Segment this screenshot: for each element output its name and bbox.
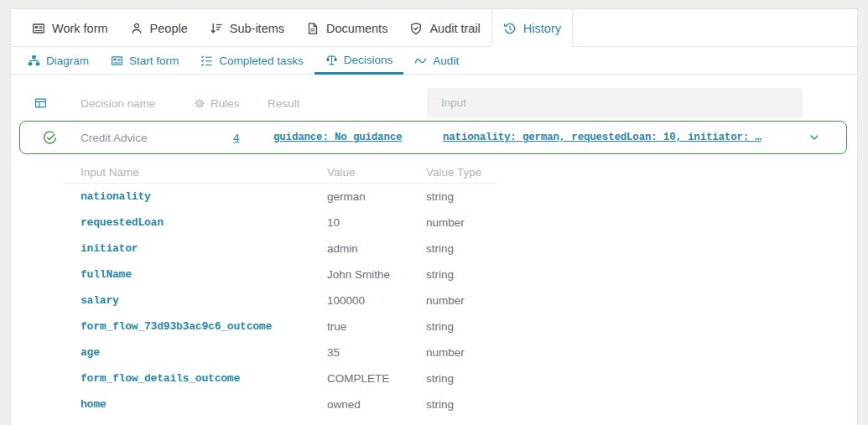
detail-value-type: string: [426, 398, 497, 411]
detail-row: initiatoradminstring: [64, 236, 497, 262]
tab-diagram[interactable]: Diagram: [17, 47, 100, 74]
tab-completed-tasks[interactable]: Completed tasks: [190, 47, 314, 74]
detail-row: age35number: [64, 339, 497, 365]
tab-label: Audit trail: [429, 22, 480, 35]
chevron-down-icon[interactable]: [808, 132, 820, 143]
column-header-rules-label: Rules: [211, 97, 240, 110]
detail-value-type: string: [426, 242, 497, 255]
details-table-body: nationalitygermanstringrequestedLoan10nu…: [64, 184, 497, 417]
detail-row: form_flow_73d93b3ac9c6_outcometruestring: [64, 314, 497, 339]
detail-column-value: Value: [327, 166, 426, 179]
detail-value-type: string: [426, 320, 497, 333]
gear-icon: [194, 97, 205, 109]
detail-value-type: string: [426, 372, 497, 385]
pulse-icon: [414, 54, 427, 67]
primary-tab-bar: Work form People Sub-items Documents Aud…: [11, 9, 857, 47]
people-icon: [130, 22, 143, 35]
detail-column-input-name: Input Name: [64, 166, 327, 179]
detail-value: 35: [327, 346, 426, 359]
tab-label: Diagram: [46, 54, 89, 67]
column-header-rules: Rules: [194, 97, 240, 110]
detail-input-name: age: [64, 346, 327, 359]
detail-value-type: number: [426, 294, 497, 307]
decision-name: Credit Advice: [81, 132, 148, 144]
detail-input-name: salary: [64, 294, 327, 307]
history-tab-bar: Diagram Start form Completed tasks Decis…: [11, 47, 857, 75]
column-header-result: Result: [268, 97, 299, 110]
detail-input-name: requestedLoan: [64, 216, 327, 229]
detail-value-type: number: [426, 216, 497, 229]
detail-value-type: string: [426, 190, 497, 203]
case-panel: Work form People Sub-items Documents Aud…: [10, 8, 858, 425]
tab-start-form[interactable]: Start form: [100, 47, 190, 74]
detail-value: admin: [327, 242, 426, 255]
detail-value-type: string: [426, 268, 497, 281]
table-icon: [34, 97, 47, 110]
tab-people[interactable]: People: [119, 9, 199, 47]
detail-row: form_flow_details_outcomeCOMPLETEstring: [64, 365, 497, 391]
detail-input-name: nationality: [64, 190, 327, 203]
tab-label: Audit: [433, 54, 459, 67]
column-header-input: Input: [427, 88, 803, 118]
detail-value: 100000: [327, 294, 426, 307]
task-list-icon: [200, 54, 213, 67]
sitemap-icon: [28, 54, 40, 67]
work-form-icon: [32, 22, 45, 35]
tab-label: People: [150, 22, 188, 35]
sub-items-icon: [210, 22, 223, 35]
tab-sub-items[interactable]: Sub-items: [199, 9, 295, 47]
tab-documents[interactable]: Documents: [295, 9, 398, 47]
detail-value: 10: [327, 216, 426, 229]
tab-label: Decisions: [344, 54, 393, 66]
tab-work-form[interactable]: Work form: [21, 9, 119, 47]
detail-value: COMPLETE: [327, 372, 426, 385]
decision-row-credit-advice[interactable]: Credit Advice 4 guidance: No guidance na…: [19, 121, 847, 154]
detail-value-type: number: [426, 346, 497, 359]
tab-audit[interactable]: Audit: [403, 47, 470, 74]
column-header-decision-name: Decision name: [81, 97, 155, 110]
tab-label: Documents: [326, 22, 387, 35]
detail-value: John Smithe: [327, 268, 426, 281]
detail-row: homeownedstring: [64, 391, 497, 417]
tab-label: History: [523, 22, 561, 35]
detail-input-name: fullName: [64, 268, 327, 281]
detail-value: owned: [327, 398, 426, 411]
input-details-table: Input Name Value Value Type nationalityg…: [64, 162, 497, 417]
detail-input-name: form_flow_details_outcome: [64, 372, 327, 385]
result-link[interactable]: guidance: No guidance: [273, 132, 402, 143]
shield-check-icon: [409, 22, 423, 35]
tab-label: Start form: [129, 54, 179, 67]
detail-input-name: form_flow_73d93b3ac9c6_outcome: [64, 320, 327, 333]
tab-audit-trail[interactable]: Audit trail: [398, 9, 491, 47]
tab-label: Work form: [52, 22, 108, 35]
scales-icon: [325, 54, 338, 66]
detail-row: nationalitygermanstring: [64, 184, 497, 210]
detail-column-value-type: Value Type: [426, 166, 497, 179]
tab-label: Completed tasks: [219, 54, 304, 67]
detail-row: fullNameJohn Smithestring: [64, 262, 497, 288]
history-icon: [503, 22, 517, 35]
tab-history[interactable]: History: [491, 9, 573, 47]
decision-table-header: Decision name Rules Result Input: [11, 88, 857, 118]
check-circle-icon: [43, 131, 57, 145]
tab-label: Sub-items: [230, 22, 284, 35]
detail-input-name: initiator: [64, 242, 327, 255]
rules-count-link[interactable]: 4: [233, 132, 240, 144]
detail-row: requestedLoan10number: [64, 210, 497, 236]
input-details-header: Input Name Value Value Type: [64, 162, 497, 184]
detail-row: salary100000number: [64, 288, 497, 314]
input-link[interactable]: nationality: german, requestedLoan: 10, …: [443, 132, 761, 143]
detail-value: true: [327, 320, 426, 333]
detail-input-name: home: [64, 398, 327, 411]
start-form-icon: [111, 54, 123, 67]
documents-icon: [306, 22, 320, 35]
detail-value: german: [327, 190, 426, 203]
tab-decisions[interactable]: Decisions: [314, 47, 404, 75]
